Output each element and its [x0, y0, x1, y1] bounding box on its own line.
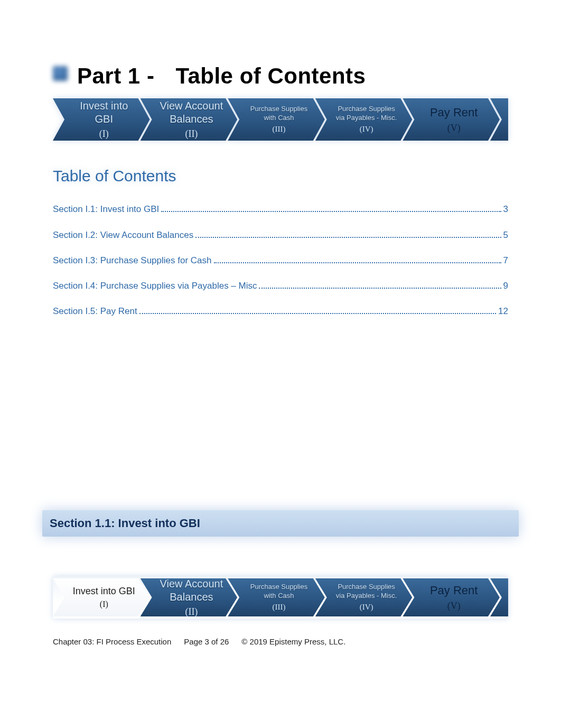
toc-item-page: 5: [503, 230, 508, 241]
chevron-step-3: Purchase Supplies with Cash (III): [228, 578, 325, 616]
page-footer: Chapter 03: FI Process Execution Page 3 …: [53, 637, 508, 646]
chevron-step-2: View Account Balances (II): [141, 578, 238, 616]
toc-item[interactable]: Section I.4: Purchase Supplies via Payab…: [53, 281, 508, 291]
chevron-step-5: Pay Rent (V): [403, 578, 500, 616]
section-heading: Section 1.1: Invest into GBI: [50, 517, 511, 530]
toc-item-page: 9: [503, 281, 508, 291]
chevron-step-title: Pay Rent: [430, 105, 478, 120]
chevron-step-num: (I): [100, 599, 108, 610]
chevron-step-3: Purchase Supplies with Cash (III): [228, 98, 325, 141]
toc-item-label: Section I.5: Pay Rent: [53, 306, 137, 317]
lower-block: Invest into GBI (I) View Account Balance…: [53, 560, 508, 629]
process-chevron-bar-top: Invest into GBI (I) View Account Balance…: [53, 98, 508, 141]
toc-leader-dots: [195, 229, 501, 237]
chevron-step-num: (V): [447, 600, 461, 612]
chevron-step-title: Pay Rent: [430, 583, 478, 598]
chevron-step-title: Purchase Supplies via Payables - Misc.: [334, 105, 399, 122]
process-chevron-bar-bottom: Invest into GBI (I) View Account Balance…: [53, 576, 508, 619]
toc-item[interactable]: Section I.1: Invest into GBI 3: [53, 204, 508, 215]
chevron-step-title: View Account Balances: [160, 99, 224, 126]
toc-heading: Table of Contents: [53, 167, 508, 185]
chevron-step-title: Invest into GBI: [73, 585, 135, 597]
chevron-step-2: View Account Balances (II): [141, 98, 238, 141]
chevron-step-title: View Account Balances: [160, 577, 224, 604]
footer-chapter: Chapter 03: FI Process Execution: [53, 637, 171, 646]
toc-item[interactable]: Section I.5: Pay Rent 12: [53, 306, 508, 317]
toc-leader-dots: [214, 255, 501, 263]
toc-item-page: 12: [498, 306, 508, 317]
title-row: Part 1 -Table of Contents: [53, 63, 508, 89]
chevron-step-num: (II): [185, 128, 198, 140]
toc-leader-dots: [139, 306, 496, 314]
chevron-step-num: (III): [272, 602, 285, 612]
footer-copyright: © 2019 Epistemy Press, LLC.: [241, 637, 345, 646]
chevron-step-num: (II): [185, 606, 198, 618]
toc-item-label: Section I.3: Purchase Supplies for Cash: [53, 255, 212, 266]
chevron-step-5: Pay Rent (V): [403, 98, 500, 141]
page-title-part1: Part 1 -: [77, 63, 154, 88]
page-title-part2: Table of Contents: [175, 63, 366, 88]
chevron-step-num: (IV): [360, 602, 373, 612]
title-bullet-icon: [53, 66, 68, 81]
page-title: Part 1 -Table of Contents: [77, 63, 366, 89]
chevron-step-num: (III): [272, 124, 285, 134]
chevron-step-num: (I): [99, 128, 109, 140]
toc-item-label: Section I.1: Invest into GBI: [53, 204, 159, 215]
toc-list: Section I.1: Invest into GBI 3 Section I…: [53, 204, 508, 317]
chevron-step-num: (V): [447, 122, 461, 134]
chevron-step-title: Purchase Supplies with Cash: [247, 105, 311, 122]
toc-item-label: Section I.4: Purchase Supplies via Payab…: [53, 281, 257, 291]
toc-leader-dots: [259, 281, 501, 289]
chevron-step-4: Purchase Supplies via Payables - Misc. (…: [315, 578, 413, 616]
toc-leader-dots: [161, 204, 501, 212]
chevron-step-1-active: Invest into GBI (I): [53, 578, 150, 616]
toc-item[interactable]: Section I.2: View Account Balances 5: [53, 229, 508, 240]
chevron-step-title: Purchase Supplies via Payables - Misc.: [334, 583, 399, 600]
footer-page: Page 3 of 26: [184, 637, 229, 646]
toc-item-page: 3: [503, 204, 508, 215]
section-heading-band: Section 1.1: Invest into GBI: [42, 510, 519, 537]
toc-item[interactable]: Section I.3: Purchase Supplies for Cash …: [53, 255, 508, 266]
toc-item-page: 7: [503, 255, 508, 266]
chevron-step-1: Invest into GBI (I): [53, 98, 150, 141]
chevron-step-4: Purchase Supplies via Payables - Misc. (…: [315, 98, 413, 141]
chevron-step-title: Purchase Supplies with Cash: [247, 583, 311, 600]
chevron-step-num: (IV): [360, 124, 373, 134]
chevron-step-title: Invest into GBI: [72, 99, 136, 126]
toc-item-label: Section I.2: View Account Balances: [53, 230, 193, 241]
